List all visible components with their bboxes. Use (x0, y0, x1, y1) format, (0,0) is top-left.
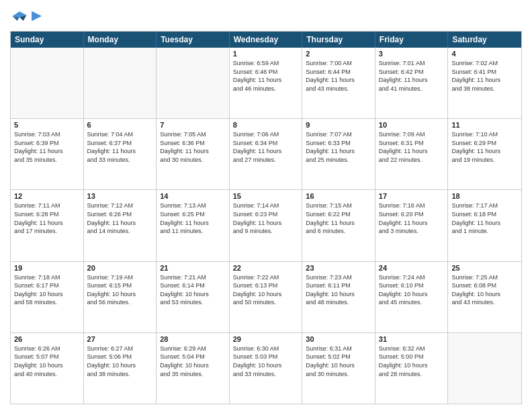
logo-text: ▶ (32, 9, 41, 23)
calendar-header: SundayMondayTuesdayWednesdayThursdayFrid… (11, 32, 521, 48)
day-cell-9: 9Sunrise: 7:07 AM Sunset: 6:33 PM Daylig… (302, 119, 375, 189)
day-number: 13 (87, 192, 153, 200)
day-number: 9 (306, 121, 371, 129)
day-info: Sunrise: 6:32 AM Sunset: 5:00 PM Dayligh… (379, 345, 445, 378)
day-info: Sunrise: 7:16 AM Sunset: 6:20 PM Dayligh… (379, 201, 445, 235)
day-number: 25 (451, 264, 518, 272)
weekday-header-tuesday: Tuesday (157, 32, 230, 48)
day-number: 8 (233, 121, 299, 129)
weekday-header-friday: Friday (375, 32, 449, 48)
day-number: 26 (14, 335, 80, 343)
day-number: 23 (306, 264, 371, 272)
calendar: SundayMondayTuesdayWednesdayThursdayFrid… (10, 31, 522, 404)
day-info: Sunrise: 7:07 AM Sunset: 6:33 PM Dayligh… (306, 130, 371, 164)
day-number: 1 (233, 50, 299, 58)
day-cell-16: 16Sunrise: 7:15 AM Sunset: 6:22 PM Dayli… (302, 190, 375, 261)
day-info: Sunrise: 7:24 AM Sunset: 6:10 PM Dayligh… (379, 273, 445, 307)
day-info: Sunrise: 7:19 AM Sunset: 6:15 PM Dayligh… (87, 273, 153, 307)
day-number: 22 (233, 264, 299, 272)
day-number: 24 (379, 264, 445, 272)
empty-cell (84, 48, 157, 118)
day-info: Sunrise: 7:11 AM Sunset: 6:28 PM Dayligh… (14, 201, 80, 235)
empty-cell (11, 48, 84, 118)
empty-cell (448, 333, 521, 404)
header: ▶ (10, 7, 522, 26)
day-number: 20 (87, 264, 153, 272)
day-cell-13: 13Sunrise: 7:12 AM Sunset: 6:26 PM Dayli… (84, 190, 157, 261)
day-cell-12: 12Sunrise: 7:11 AM Sunset: 6:28 PM Dayli… (11, 190, 84, 261)
day-info: Sunrise: 7:12 AM Sunset: 6:26 PM Dayligh… (87, 201, 153, 235)
day-cell-25: 25Sunrise: 7:25 AM Sunset: 6:08 PM Dayli… (448, 262, 521, 332)
day-number: 14 (160, 192, 226, 200)
day-number: 18 (451, 192, 518, 200)
day-info: Sunrise: 6:29 AM Sunset: 5:04 PM Dayligh… (160, 345, 226, 378)
day-info: Sunrise: 7:05 AM Sunset: 6:36 PM Dayligh… (160, 130, 226, 164)
day-info: Sunrise: 7:01 AM Sunset: 6:42 PM Dayligh… (379, 59, 445, 93)
day-number: 10 (379, 121, 445, 129)
day-cell-15: 15Sunrise: 7:14 AM Sunset: 6:23 PM Dayli… (230, 190, 303, 261)
weekday-header-monday: Monday (84, 32, 157, 48)
day-info: Sunrise: 6:31 AM Sunset: 5:02 PM Dayligh… (306, 345, 371, 378)
day-cell-5: 5Sunrise: 7:03 AM Sunset: 6:39 PM Daylig… (11, 119, 84, 189)
day-number: 12 (14, 192, 80, 200)
day-cell-10: 10Sunrise: 7:09 AM Sunset: 6:31 PM Dayli… (375, 119, 449, 189)
day-info: Sunrise: 7:09 AM Sunset: 6:31 PM Dayligh… (379, 130, 445, 164)
day-cell-30: 30Sunrise: 6:31 AM Sunset: 5:02 PM Dayli… (302, 333, 375, 404)
day-info: Sunrise: 7:13 AM Sunset: 6:25 PM Dayligh… (160, 201, 226, 235)
day-number: 4 (451, 50, 518, 58)
day-info: Sunrise: 7:17 AM Sunset: 6:18 PM Dayligh… (451, 201, 518, 235)
day-number: 15 (233, 192, 299, 200)
day-info: Sunrise: 7:06 AM Sunset: 6:34 PM Dayligh… (233, 130, 299, 164)
day-cell-3: 3Sunrise: 7:01 AM Sunset: 6:42 PM Daylig… (375, 48, 449, 118)
logo-icon (10, 7, 29, 26)
calendar-row-3: 12Sunrise: 7:11 AM Sunset: 6:28 PM Dayli… (11, 189, 521, 261)
day-number: 19 (14, 264, 80, 272)
weekday-header-wednesday: Wednesday (230, 32, 303, 48)
day-number: 6 (87, 121, 153, 129)
day-cell-4: 4Sunrise: 7:02 AM Sunset: 6:41 PM Daylig… (448, 48, 521, 118)
day-cell-23: 23Sunrise: 7:23 AM Sunset: 6:11 PM Dayli… (302, 262, 375, 332)
day-number: 7 (160, 121, 226, 129)
day-number: 21 (160, 264, 226, 272)
day-cell-31: 31Sunrise: 6:32 AM Sunset: 5:00 PM Dayli… (375, 333, 449, 404)
day-number: 5 (14, 121, 80, 129)
day-info: Sunrise: 7:21 AM Sunset: 6:14 PM Dayligh… (160, 273, 226, 307)
day-cell-17: 17Sunrise: 7:16 AM Sunset: 6:20 PM Dayli… (375, 190, 449, 261)
calendar-row-4: 19Sunrise: 7:18 AM Sunset: 6:17 PM Dayli… (11, 261, 521, 332)
calendar-row-5: 26Sunrise: 6:26 AM Sunset: 5:07 PM Dayli… (11, 332, 521, 404)
day-cell-7: 7Sunrise: 7:05 AM Sunset: 6:36 PM Daylig… (157, 119, 230, 189)
page: ▶ SundayMondayTuesdayWednesdayThursdayFr… (0, 0, 532, 411)
day-info: Sunrise: 6:30 AM Sunset: 5:03 PM Dayligh… (233, 345, 299, 378)
day-info: Sunrise: 7:18 AM Sunset: 6:17 PM Dayligh… (14, 273, 80, 307)
calendar-row-2: 5Sunrise: 7:03 AM Sunset: 6:39 PM Daylig… (11, 118, 521, 189)
day-number: 2 (306, 50, 371, 58)
day-cell-11: 11Sunrise: 7:10 AM Sunset: 6:29 PM Dayli… (448, 119, 521, 189)
calendar-row-1: 1Sunrise: 6:59 AM Sunset: 6:46 PM Daylig… (11, 48, 521, 118)
day-cell-6: 6Sunrise: 7:04 AM Sunset: 6:37 PM Daylig… (84, 119, 157, 189)
day-number: 3 (379, 50, 445, 58)
day-info: Sunrise: 7:25 AM Sunset: 6:08 PM Dayligh… (451, 273, 518, 307)
day-number: 30 (306, 335, 371, 343)
day-info: Sunrise: 7:23 AM Sunset: 6:11 PM Dayligh… (306, 273, 371, 307)
calendar-body: 1Sunrise: 6:59 AM Sunset: 6:46 PM Daylig… (11, 48, 521, 404)
day-info: Sunrise: 7:10 AM Sunset: 6:29 PM Dayligh… (451, 130, 518, 164)
day-cell-18: 18Sunrise: 7:17 AM Sunset: 6:18 PM Dayli… (448, 190, 521, 261)
day-info: Sunrise: 7:15 AM Sunset: 6:22 PM Dayligh… (306, 201, 371, 235)
empty-cell (157, 48, 230, 118)
day-info: Sunrise: 7:03 AM Sunset: 6:39 PM Dayligh… (14, 130, 80, 164)
day-info: Sunrise: 7:02 AM Sunset: 6:41 PM Dayligh… (451, 59, 518, 93)
day-number: 11 (451, 121, 518, 129)
day-cell-22: 22Sunrise: 7:22 AM Sunset: 6:13 PM Dayli… (230, 262, 303, 332)
day-info: Sunrise: 7:22 AM Sunset: 6:13 PM Dayligh… (233, 273, 299, 307)
day-cell-24: 24Sunrise: 7:24 AM Sunset: 6:10 PM Dayli… (375, 262, 449, 332)
day-cell-14: 14Sunrise: 7:13 AM Sunset: 6:25 PM Dayli… (157, 190, 230, 261)
weekday-header-thursday: Thursday (302, 32, 375, 48)
day-cell-26: 26Sunrise: 6:26 AM Sunset: 5:07 PM Dayli… (11, 333, 84, 404)
day-number: 29 (233, 335, 299, 343)
day-cell-2: 2Sunrise: 7:00 AM Sunset: 6:44 PM Daylig… (302, 48, 375, 118)
day-cell-8: 8Sunrise: 7:06 AM Sunset: 6:34 PM Daylig… (230, 119, 303, 189)
day-info: Sunrise: 7:00 AM Sunset: 6:44 PM Dayligh… (306, 59, 371, 93)
day-number: 31 (379, 335, 445, 343)
day-info: Sunrise: 6:27 AM Sunset: 5:06 PM Dayligh… (87, 345, 153, 378)
day-info: Sunrise: 6:59 AM Sunset: 6:46 PM Dayligh… (233, 59, 299, 93)
